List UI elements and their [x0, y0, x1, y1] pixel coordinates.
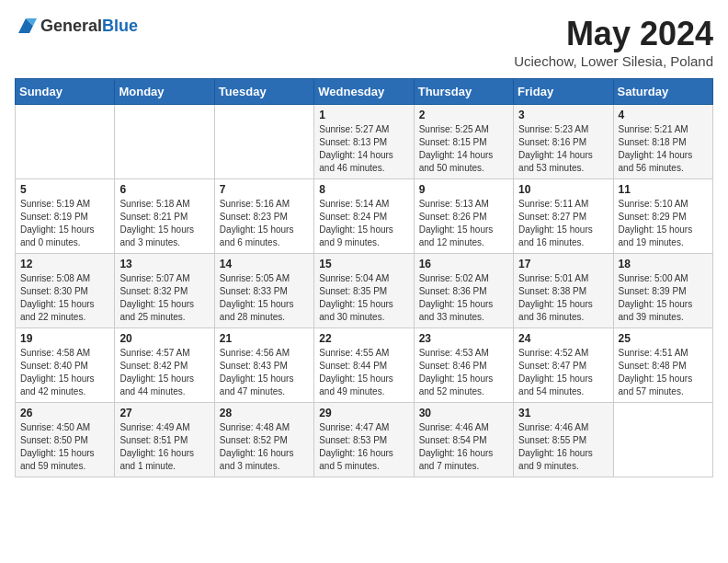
cell-info: Sunrise: 4:57 AM Sunset: 8:42 PM Dayligh… [119, 347, 209, 398]
day-number: 16 [419, 258, 508, 270]
day-number: 8 [319, 183, 408, 196]
calendar-cell: 8Sunrise: 5:14 AM Sunset: 8:24 PM Daylig… [314, 179, 414, 254]
cell-info: Sunrise: 5:11 AM Sunset: 8:27 PM Dayligh… [518, 198, 608, 249]
calendar-cell: 21Sunrise: 4:56 AM Sunset: 8:43 PM Dayli… [214, 328, 313, 403]
cell-info: Sunrise: 4:48 AM Sunset: 8:52 PM Dayligh… [220, 421, 309, 473]
cell-info: Sunrise: 4:46 AM Sunset: 8:55 PM Dayligh… [518, 421, 608, 473]
day-number: 28 [220, 407, 309, 419]
calendar-cell: 15Sunrise: 5:04 AM Sunset: 8:35 PM Dayli… [314, 254, 414, 328]
day-number: 2 [419, 109, 508, 121]
cell-info: Sunrise: 5:07 AM Sunset: 8:32 PM Dayligh… [119, 272, 209, 324]
cell-info: Sunrise: 5:02 AM Sunset: 8:36 PM Dayligh… [419, 272, 508, 324]
calendar-cell: 28Sunrise: 4:48 AM Sunset: 8:52 PM Dayli… [214, 403, 313, 477]
cell-info: Sunrise: 4:56 AM Sunset: 8:43 PM Dayligh… [220, 347, 309, 398]
location-text: Uciechow, Lower Silesia, Poland [514, 53, 713, 69]
cell-info: Sunrise: 4:46 AM Sunset: 8:54 PM Dayligh… [419, 421, 508, 473]
cell-info: Sunrise: 5:18 AM Sunset: 8:21 PM Dayligh… [119, 198, 209, 249]
calendar-cell: 30Sunrise: 4:46 AM Sunset: 8:54 PM Dayli… [414, 403, 513, 477]
month-title: May 2024 [514, 15, 713, 53]
day-header: Monday [115, 79, 214, 105]
calendar-cell: 16Sunrise: 5:02 AM Sunset: 8:36 PM Dayli… [414, 254, 513, 328]
calendar-cell: 7Sunrise: 5:16 AM Sunset: 8:23 PM Daylig… [214, 179, 313, 254]
day-number: 26 [20, 407, 109, 419]
cell-info: Sunrise: 5:13 AM Sunset: 8:26 PM Dayligh… [419, 198, 508, 249]
calendar-cell: 11Sunrise: 5:10 AM Sunset: 8:29 PM Dayli… [613, 179, 712, 254]
logo-general-text: General [40, 17, 102, 35]
day-number: 4 [619, 109, 708, 121]
calendar-cell: 24Sunrise: 4:52 AM Sunset: 8:47 PM Dayli… [514, 328, 613, 403]
calendar-cell: 4Sunrise: 5:21 AM Sunset: 8:18 PM Daylig… [613, 105, 712, 179]
cell-info: Sunrise: 4:53 AM Sunset: 8:46 PM Dayligh… [419, 347, 508, 398]
calendar-header: SundayMondayTuesdayWednesdayThursdayFrid… [16, 79, 713, 105]
title-block: May 2024 Uciechow, Lower Silesia, Poland [514, 15, 713, 69]
logo: GeneralBlue [15, 15, 138, 37]
cell-info: Sunrise: 5:04 AM Sunset: 8:35 PM Dayligh… [319, 272, 408, 324]
day-number: 20 [119, 332, 209, 345]
day-number: 31 [518, 407, 608, 419]
cell-info: Sunrise: 5:10 AM Sunset: 8:29 PM Dayligh… [619, 198, 708, 249]
day-number: 7 [220, 183, 309, 196]
cell-info: Sunrise: 5:25 AM Sunset: 8:15 PM Dayligh… [419, 123, 508, 175]
cell-info: Sunrise: 5:00 AM Sunset: 8:39 PM Dayligh… [619, 272, 708, 324]
cell-info: Sunrise: 5:23 AM Sunset: 8:16 PM Dayligh… [518, 123, 608, 175]
day-number: 6 [119, 183, 209, 196]
cell-info: Sunrise: 4:47 AM Sunset: 8:53 PM Dayligh… [319, 421, 408, 473]
day-header: Wednesday [314, 79, 414, 105]
cell-info: Sunrise: 4:55 AM Sunset: 8:44 PM Dayligh… [319, 347, 408, 398]
day-header: Tuesday [214, 79, 313, 105]
calendar-cell: 22Sunrise: 4:55 AM Sunset: 8:44 PM Dayli… [314, 328, 414, 403]
cell-info: Sunrise: 4:52 AM Sunset: 8:47 PM Dayligh… [518, 347, 608, 398]
cell-info: Sunrise: 5:01 AM Sunset: 8:38 PM Dayligh… [518, 272, 608, 324]
calendar-cell: 31Sunrise: 4:46 AM Sunset: 8:55 PM Dayli… [514, 403, 613, 477]
calendar-table: SundayMondayTuesdayWednesdayThursdayFrid… [15, 78, 713, 477]
calendar-cell: 25Sunrise: 4:51 AM Sunset: 8:48 PM Dayli… [613, 328, 712, 403]
day-number: 30 [419, 407, 508, 419]
cell-info: Sunrise: 5:19 AM Sunset: 8:19 PM Dayligh… [20, 198, 109, 249]
calendar-cell: 2Sunrise: 5:25 AM Sunset: 8:15 PM Daylig… [414, 105, 513, 179]
calendar-cell [613, 403, 712, 477]
calendar-cell: 5Sunrise: 5:19 AM Sunset: 8:19 PM Daylig… [16, 179, 115, 254]
day-header: Friday [514, 79, 613, 105]
cell-info: Sunrise: 4:58 AM Sunset: 8:40 PM Dayligh… [20, 347, 109, 398]
calendar-cell: 20Sunrise: 4:57 AM Sunset: 8:42 PM Dayli… [115, 328, 214, 403]
calendar-cell: 27Sunrise: 4:49 AM Sunset: 8:51 PM Dayli… [115, 403, 214, 477]
day-number: 29 [319, 407, 408, 419]
page-header: GeneralBlue May 2024 Uciechow, Lower Sil… [15, 15, 713, 69]
cell-info: Sunrise: 4:49 AM Sunset: 8:51 PM Dayligh… [119, 421, 209, 473]
day-number: 19 [20, 332, 109, 345]
day-number: 9 [419, 183, 508, 196]
calendar-cell: 29Sunrise: 4:47 AM Sunset: 8:53 PM Dayli… [314, 403, 414, 477]
day-number: 3 [518, 109, 608, 121]
day-number: 13 [119, 258, 209, 270]
cell-info: Sunrise: 5:14 AM Sunset: 8:24 PM Dayligh… [319, 198, 408, 249]
header-row: SundayMondayTuesdayWednesdayThursdayFrid… [16, 79, 713, 105]
day-number: 23 [419, 332, 508, 345]
day-header: Sunday [16, 79, 115, 105]
day-number: 17 [518, 258, 608, 270]
day-header: Thursday [414, 79, 513, 105]
day-number: 14 [220, 258, 309, 270]
day-number: 24 [518, 332, 608, 345]
cell-info: Sunrise: 4:50 AM Sunset: 8:50 PM Dayligh… [20, 421, 109, 473]
calendar-cell [115, 105, 214, 179]
calendar-cell [16, 105, 115, 179]
calendar-week-row: 12Sunrise: 5:08 AM Sunset: 8:30 PM Dayli… [16, 254, 713, 328]
cell-info: Sunrise: 5:05 AM Sunset: 8:33 PM Dayligh… [220, 272, 309, 324]
logo-blue-text: Blue [102, 17, 138, 35]
calendar-cell: 12Sunrise: 5:08 AM Sunset: 8:30 PM Dayli… [16, 254, 115, 328]
calendar-cell: 10Sunrise: 5:11 AM Sunset: 8:27 PM Dayli… [514, 179, 613, 254]
calendar-cell: 18Sunrise: 5:00 AM Sunset: 8:39 PM Dayli… [613, 254, 712, 328]
calendar-cell: 23Sunrise: 4:53 AM Sunset: 8:46 PM Dayli… [414, 328, 513, 403]
cell-info: Sunrise: 5:08 AM Sunset: 8:30 PM Dayligh… [20, 272, 109, 324]
day-number: 12 [20, 258, 109, 270]
day-number: 11 [619, 183, 708, 196]
cell-info: Sunrise: 5:21 AM Sunset: 8:18 PM Dayligh… [619, 123, 708, 175]
calendar-week-row: 26Sunrise: 4:50 AM Sunset: 8:50 PM Dayli… [16, 403, 713, 477]
calendar-cell: 3Sunrise: 5:23 AM Sunset: 8:16 PM Daylig… [514, 105, 613, 179]
calendar-cell: 6Sunrise: 5:18 AM Sunset: 8:21 PM Daylig… [115, 179, 214, 254]
day-number: 25 [619, 332, 708, 345]
day-number: 10 [518, 183, 608, 196]
calendar-week-row: 19Sunrise: 4:58 AM Sunset: 8:40 PM Dayli… [16, 328, 713, 403]
calendar-cell: 17Sunrise: 5:01 AM Sunset: 8:38 PM Dayli… [514, 254, 613, 328]
calendar-cell: 26Sunrise: 4:50 AM Sunset: 8:50 PM Dayli… [16, 403, 115, 477]
